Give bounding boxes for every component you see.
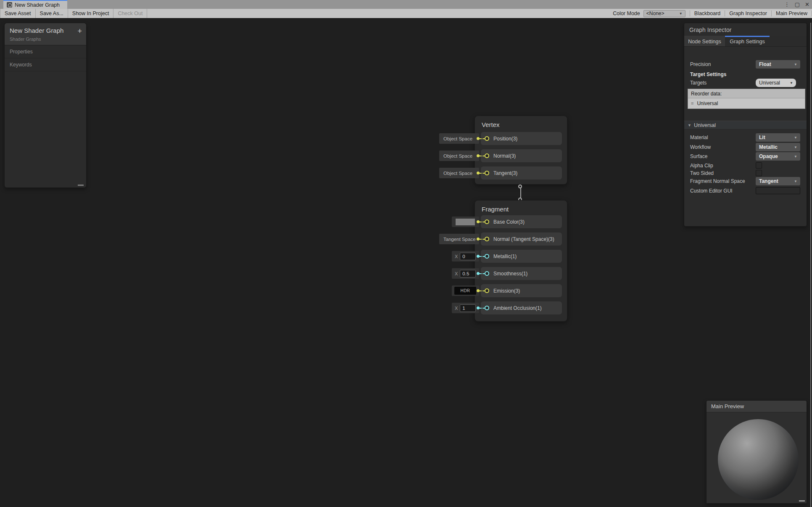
base-color-widget[interactable] xyxy=(452,217,479,227)
blackboard-title: New Shader Graph xyxy=(10,27,81,34)
fragment-normal-space-row: Fragment Normal Space Tangent ▼ xyxy=(684,177,807,186)
x-component-label: X xyxy=(455,271,458,276)
color-mode-dropdown[interactable]: <None> ▼ xyxy=(643,10,685,17)
input-port-icon[interactable] xyxy=(485,288,489,293)
vertex-node[interactable]: Vertex Object Space Position(3) Object S… xyxy=(475,116,567,185)
blackboard-section-keywords[interactable]: Keywords xyxy=(5,58,86,71)
reorder-item-universal[interactable]: = Universal xyxy=(688,98,805,108)
title-bar: New Shader Graph ⋮ ▢ ✕ xyxy=(0,0,812,9)
toolbar: Save Asset Save As... Show In Project Ch… xyxy=(0,9,812,18)
chevron-down-icon: ▼ xyxy=(794,180,797,183)
tab-new-shader-graph[interactable]: New Shader Graph xyxy=(3,0,67,9)
fragment-node-title: Fragment xyxy=(475,201,567,213)
window-close-icon[interactable]: ✕ xyxy=(805,1,809,8)
blackboard-resize-handle[interactable] xyxy=(78,185,84,186)
input-port-icon[interactable] xyxy=(485,219,489,224)
hdr-color-widget[interactable]: HDR xyxy=(452,285,479,296)
port-row[interactable]: Object Space Normal(3) xyxy=(481,149,562,162)
window-menu-icon[interactable]: ⋮ xyxy=(784,1,790,8)
two-sided-checkbox[interactable] xyxy=(756,170,762,176)
port-row[interactable]: Object Space Tangent(3) xyxy=(481,166,562,180)
graph-inspector-toggle-button[interactable]: Graph Inspector xyxy=(725,11,771,16)
target-settings-heading-row: Target Settings xyxy=(684,70,807,79)
window-right-edge xyxy=(810,23,811,507)
input-port-icon[interactable] xyxy=(485,237,489,241)
preview-resize-handle[interactable] xyxy=(799,500,805,502)
stack-connector-top-icon[interactable] xyxy=(518,185,522,188)
preview-sphere[interactable] xyxy=(718,419,799,500)
chevron-down-icon: ▼ xyxy=(679,12,683,16)
surface-dropdown[interactable]: Opaque ▼ xyxy=(756,152,800,161)
port-row[interactable]: HDR Emission(3) xyxy=(481,284,562,297)
reorder-data-header: Reorder data: xyxy=(688,89,805,98)
chevron-down-icon: ▼ xyxy=(794,145,797,149)
port-row[interactable]: Object Space Position(3) xyxy=(481,132,562,145)
drag-handle-icon[interactable]: = xyxy=(691,101,693,106)
float-input-widget[interactable]: X 1 xyxy=(452,303,479,313)
main-preview-toggle-button[interactable]: Main Preview xyxy=(771,11,812,16)
space-binding-pill[interactable]: Object Space xyxy=(439,168,479,178)
input-port-icon[interactable] xyxy=(485,306,489,310)
check-out-button: Check Out xyxy=(113,9,147,18)
float-value-field[interactable]: 0 xyxy=(460,253,476,260)
float-value-field[interactable]: 1 xyxy=(460,304,476,312)
tab-graph-settings[interactable]: Graph Settings xyxy=(725,36,770,46)
input-port-icon[interactable] xyxy=(485,171,489,175)
input-port-icon[interactable] xyxy=(485,254,489,259)
workflow-dropdown[interactable]: Metallic ▼ xyxy=(756,143,800,151)
fragment-normal-space-dropdown[interactable]: Tangent ▼ xyxy=(756,177,800,185)
surface-row: Surface Opaque ▼ xyxy=(684,152,807,161)
input-port-icon[interactable] xyxy=(485,136,489,141)
targets-dropdown[interactable]: Universal ▼ xyxy=(756,79,796,87)
precision-dropdown[interactable]: Float ▼ xyxy=(756,60,800,69)
port-row[interactable]: Base Color(3) xyxy=(481,215,562,228)
show-in-project-button[interactable]: Show In Project xyxy=(68,9,114,18)
fragment-node[interactable]: Fragment Base Color(3) Tangent Space Nor… xyxy=(475,200,567,322)
float-value-field[interactable]: 0.5 xyxy=(460,270,476,277)
save-asset-button[interactable]: Save Asset xyxy=(0,9,36,18)
stack-connector-line xyxy=(520,188,521,198)
x-component-label: X xyxy=(455,306,458,311)
tab-title: New Shader Graph xyxy=(15,2,60,8)
universal-foldout[interactable]: ▼ Universal xyxy=(684,121,807,129)
blackboard-section-properties[interactable]: Properties xyxy=(5,45,86,58)
float-input-widget[interactable]: X 0 xyxy=(452,251,479,261)
chevron-down-icon: ▼ xyxy=(794,136,797,140)
shader-graph-asset-icon xyxy=(7,2,12,8)
space-binding-pill[interactable]: Object Space xyxy=(439,151,479,161)
chevron-down-icon: ▼ xyxy=(794,63,797,66)
chevron-down-icon: ▼ xyxy=(790,81,793,85)
alpha-clip-checkbox[interactable] xyxy=(756,162,762,169)
chevron-down-icon: ▼ xyxy=(794,155,797,158)
blackboard-panel[interactable]: New Shader Graph Shader Graphs + Propert… xyxy=(4,23,87,188)
port-row[interactable]: X 1 Ambient Occlusion(1) xyxy=(481,301,562,314)
material-dropdown[interactable]: Lit ▼ xyxy=(756,133,800,142)
blackboard-toggle-button[interactable]: Blackboard xyxy=(690,11,725,16)
input-port-icon[interactable] xyxy=(485,153,489,158)
main-preview-panel[interactable]: Main Preview xyxy=(706,400,807,504)
graph-inspector-panel[interactable]: Graph Inspector Node Settings Graph Sett… xyxy=(684,23,807,227)
window-maximize-icon[interactable]: ▢ xyxy=(795,1,800,8)
color-swatch[interactable] xyxy=(456,219,475,225)
save-as-button[interactable]: Save As... xyxy=(36,9,68,18)
blackboard-subtitle: Shader Graphs xyxy=(10,37,81,42)
targets-row: Targets Universal ▼ xyxy=(684,79,807,88)
custom-editor-gui-field[interactable] xyxy=(756,187,800,194)
shader-graph-window: New Shader Graph ⋮ ▢ ✕ Save Asset Save A… xyxy=(0,0,812,507)
vertex-node-title: Vertex xyxy=(475,116,567,128)
reorder-data-list: Reorder data: = Universal xyxy=(688,89,805,109)
custom-editor-gui-row: Custom Editor GUI xyxy=(684,187,807,196)
tab-node-settings[interactable]: Node Settings xyxy=(684,36,725,46)
main-preview-title: Main Preview xyxy=(707,401,807,412)
port-row[interactable]: Tangent Space Normal (Tangent Space)(3) xyxy=(481,232,562,246)
float-input-widget[interactable]: X 0.5 xyxy=(452,268,479,279)
port-row[interactable]: X 0.5 Smoothness(1) xyxy=(481,267,562,280)
space-binding-pill[interactable]: Tangent Space xyxy=(439,234,479,244)
space-binding-pill[interactable]: Object Space xyxy=(439,133,479,144)
hdr-color-swatch[interactable]: HDR xyxy=(454,287,476,295)
graph-inspector-title: Graph Inspector xyxy=(684,23,807,36)
input-port-icon[interactable] xyxy=(485,271,489,276)
x-component-label: X xyxy=(455,254,458,259)
port-row[interactable]: X 0 Metallic(1) xyxy=(481,250,562,263)
add-property-button[interactable]: + xyxy=(77,28,82,34)
